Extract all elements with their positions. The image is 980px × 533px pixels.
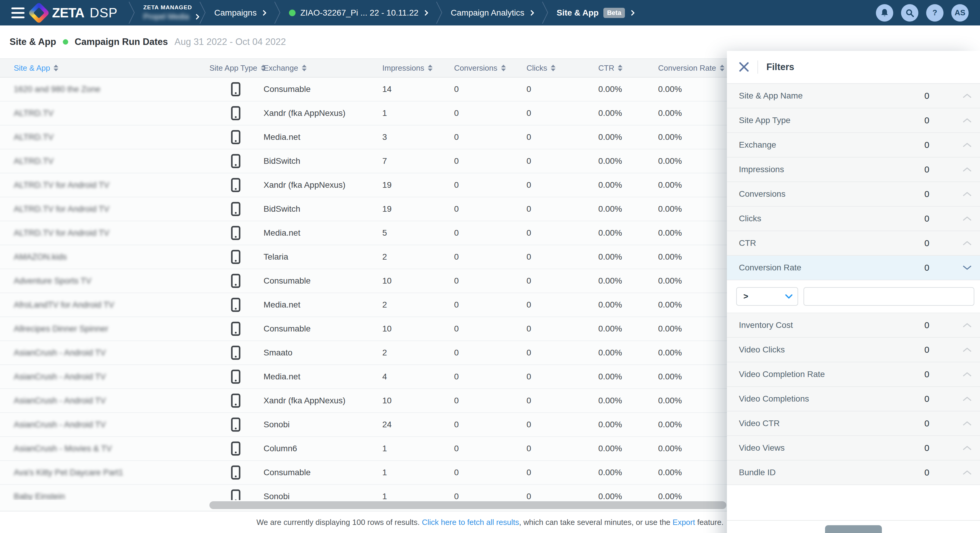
chevron-right-icon [528, 10, 534, 16]
mobile-app-icon [231, 465, 240, 480]
filter-item[interactable]: Video Views 0 [727, 436, 980, 461]
clicks-cell: 0 [527, 317, 531, 340]
chevron-down-icon [785, 294, 793, 299]
breadcrumb-separator [274, 0, 281, 26]
filter-item[interactable]: Conversion Rate 0 [727, 256, 980, 280]
notifications-button[interactable] [876, 4, 893, 22]
campaigns-label: Campaigns [214, 8, 257, 18]
mobile-app-icon [231, 322, 240, 336]
filter-count: 0 [924, 263, 929, 273]
ctr-cell: 0.00% [598, 293, 622, 316]
conversion-rate-cell: 0.00% [658, 102, 682, 125]
column-header[interactable]: Clicks [527, 59, 555, 77]
filter-count: 0 [924, 189, 929, 199]
chevron-right-icon [629, 10, 635, 16]
column-header-label: Site App Type [209, 64, 257, 73]
site-app-type-cell [231, 413, 240, 436]
brand-logo[interactable]: ZETA DSP [29, 0, 128, 26]
impressions-cell: 3 [382, 126, 387, 149]
conversions-cell: 0 [454, 245, 459, 269]
impressions-cell: 19 [382, 197, 391, 221]
filters-panel-footer: Close [727, 520, 980, 533]
nav-actions: ? AS [876, 0, 980, 26]
site-app-type-cell [231, 173, 240, 197]
column-header[interactable]: Site & App [14, 59, 58, 77]
conversions-cell: 0 [454, 413, 459, 436]
filter-item[interactable]: Site App Type 0 [727, 109, 980, 133]
column-header[interactable]: Conversion Rate [658, 59, 724, 77]
filter-count: 0 [924, 164, 929, 175]
breadcrumb-separator [199, 0, 207, 26]
conversion-rate-cell: 0.00% [658, 173, 682, 197]
breadcrumb-campaign-analytics[interactable]: Campaign Analytics [443, 0, 541, 26]
managed-eyebrow: ZETA MANAGED [143, 4, 192, 11]
footer-text: We are currently displaying 100 rows of … [256, 518, 422, 527]
help-button[interactable]: ? [926, 4, 943, 22]
conversions-cell: 0 [454, 389, 459, 412]
close-panel-icon[interactable] [739, 62, 749, 72]
search-button[interactable] [901, 4, 918, 22]
column-header[interactable]: Exchange [264, 59, 307, 77]
filter-item[interactable]: Clicks 0 [727, 207, 980, 231]
exchange-cell: Media.net [264, 293, 300, 316]
exchange-cell: Smaato [264, 341, 293, 364]
filter-item[interactable]: Impressions 0 [727, 158, 980, 182]
filter-label: Video Views [727, 443, 785, 453]
ctr-cell: 0.00% [598, 78, 622, 101]
column-header[interactable]: Site App Type [209, 59, 266, 77]
filter-item[interactable]: Video Completions 0 [727, 387, 980, 412]
impressions-cell: 5 [382, 221, 387, 245]
run-dates-label: Campaign Run Dates [75, 37, 168, 47]
filter-item[interactable]: Exchange 0 [727, 133, 980, 158]
operator-select[interactable]: > [736, 287, 798, 306]
exchange-cell: Xandr (fka AppNexus) [264, 173, 345, 197]
filter-item[interactable]: CTR 0 [727, 231, 980, 256]
column-header[interactable]: CTR [598, 59, 622, 77]
ctr-cell: 0.00% [598, 461, 622, 484]
site-app-type-cell [231, 317, 240, 340]
column-header[interactable]: Impressions [382, 59, 433, 77]
ctr-cell: 0.00% [598, 389, 622, 412]
export-link[interactable]: Export [673, 518, 695, 527]
filter-item[interactable]: Inventory Cost 0 [727, 313, 980, 338]
breadcrumb-managed-account[interactable]: ZETA MANAGED Propel Media [135, 0, 199, 26]
site-app-name-cell: Baby Einstein [14, 485, 65, 500]
hamburger-menu-icon[interactable] [0, 0, 29, 26]
ctr-cell: 0.00% [598, 341, 622, 364]
column-header-label: Conversions [454, 64, 498, 73]
filter-item[interactable]: Video Clicks 0 [727, 338, 980, 362]
exchange-cell: Column6 [264, 437, 297, 460]
column-header[interactable]: Conversions [454, 59, 506, 77]
chevron-icon [963, 167, 972, 172]
breadcrumb-separator [128, 0, 135, 26]
breadcrumb-site-and-app[interactable]: Site & App Beta [549, 0, 642, 26]
user-avatar[interactable]: AS [951, 4, 969, 22]
impressions-cell: 1 [382, 437, 387, 460]
filter-item[interactable]: Video Completion Rate 0 [727, 362, 980, 387]
conversions-cell: 0 [454, 269, 459, 292]
mobile-app-icon [231, 226, 240, 240]
date-range: Aug 31 2022 - Oct 04 2022 [174, 37, 286, 47]
conversion-rate-cell: 0.00% [658, 461, 682, 484]
conversion-rate-cell: 0.00% [658, 221, 682, 245]
site-app-name-cell: Ava's Kitty Pet Daycare Part1 [14, 461, 123, 484]
conversions-cell: 0 [454, 78, 459, 101]
impressions-cell: 2 [382, 341, 387, 364]
exchange-cell: Media.net [264, 365, 300, 388]
conversion-rate-cell: 0.00% [658, 245, 682, 269]
fetch-all-results-link[interactable]: Click here to fetch all results [422, 518, 519, 527]
filter-item[interactable]: Conversions 0 [727, 182, 980, 207]
filter-item[interactable]: Site & App Name 0 [727, 84, 980, 109]
close-button[interactable]: Close [825, 525, 882, 533]
site-app-type-cell [231, 389, 240, 412]
filter-value-input[interactable] [803, 287, 974, 306]
breadcrumb-campaign[interactable]: ZIAO-32267_Pi ... 22 - 10.11.22 [281, 0, 435, 26]
ctr-cell: 0.00% [598, 365, 622, 388]
horizontal-scrollbar-thumb[interactable] [209, 501, 726, 509]
site-app-name-cell: ALTRD.TV for Android TV [14, 221, 110, 245]
filter-item[interactable]: Video CTR 0 [727, 412, 980, 436]
exchange-cell: BidSwitch [264, 149, 300, 173]
filter-item[interactable]: Bundle ID 0 [727, 461, 980, 485]
breadcrumb-campaigns[interactable]: Campaigns [207, 0, 274, 26]
conversion-rate-cell: 0.00% [658, 78, 682, 101]
